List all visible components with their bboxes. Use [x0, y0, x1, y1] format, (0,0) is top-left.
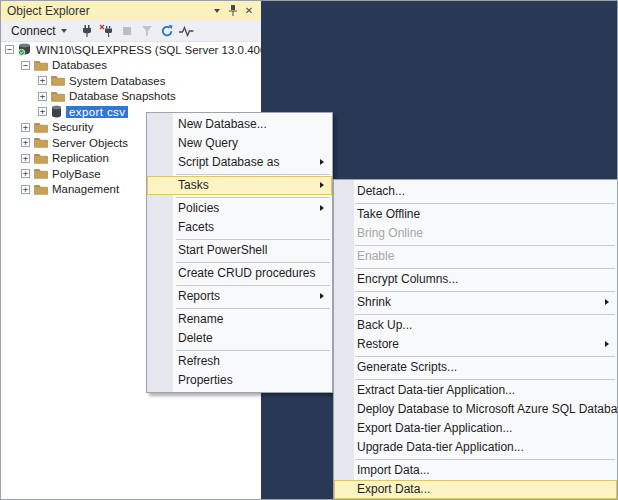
menu-item-policies[interactable]: Policies [147, 199, 332, 218]
expand-icon[interactable]: + [38, 92, 47, 101]
menu-item-export-data[interactable]: Export Data... [334, 480, 617, 499]
menu-item-generate-scripts[interactable]: Generate Scripts... [334, 358, 617, 377]
menu-separator [355, 314, 615, 315]
menu-item-label: Import Data... [357, 463, 430, 477]
folder-icon [34, 184, 48, 195]
menu-item-label: Export Data... [357, 482, 430, 496]
database-icon [51, 105, 62, 118]
menu-item-bring-online: Bring Online [334, 224, 617, 243]
pin-icon[interactable] [225, 3, 241, 18]
menu-item-encrypt-columns[interactable]: Encrypt Columns... [334, 270, 617, 289]
folder-icon [34, 60, 48, 71]
expand-icon[interactable]: + [21, 185, 30, 194]
refresh-icon[interactable] [157, 22, 177, 40]
menu-item-label: New Query [178, 136, 238, 150]
menu-item-label: Properties [178, 373, 233, 387]
menu-item-label: Delete [178, 331, 213, 345]
connect-button[interactable]: Connect [7, 22, 71, 40]
expand-icon[interactable]: + [21, 169, 30, 178]
menu-item-create-crud-procedures[interactable]: Create CRUD procedures [147, 264, 332, 283]
expand-icon[interactable]: + [21, 138, 30, 147]
menu-item-label: Tasks [178, 178, 209, 192]
menu-item-shrink[interactable]: Shrink [334, 293, 617, 312]
menu-item-start-powershell[interactable]: Start PowerShell [147, 241, 332, 260]
submenu-arrow-icon [320, 159, 324, 165]
object-explorer-title-bar: Object Explorer ✕ [1, 1, 261, 20]
menu-item-label: Policies [178, 201, 219, 215]
tree-item-database-snapshots[interactable]: +Database Snapshots [1, 89, 261, 105]
chevron-down-icon [61, 29, 67, 33]
menu-item-export-data-tier-application[interactable]: Export Data-tier Application... [334, 419, 617, 438]
menu-item-deploy-database-to-microsoft[interactable]: Deploy Database to Microsoft Azure SQL D… [334, 400, 617, 419]
menu-separator [355, 268, 615, 269]
menu-item-properties[interactable]: Properties [147, 371, 332, 390]
menu-item-rename[interactable]: Rename [147, 310, 332, 329]
expand-icon[interactable]: + [38, 76, 47, 85]
expand-icon[interactable]: + [21, 154, 30, 163]
menu-item-label: Shrink [357, 295, 391, 309]
menu-separator [176, 350, 330, 351]
ssms-window: Object Explorer ✕ Connect −WIN10\SQLEXPR… [0, 0, 618, 500]
collapse-icon[interactable]: − [5, 45, 14, 54]
disconnect-plug-icon[interactable] [97, 22, 117, 40]
panel-title: Object Explorer [7, 4, 209, 18]
menu-item-label: Rename [178, 312, 223, 326]
menu-item-label: Start PowerShell [178, 243, 267, 257]
stop-icon [117, 22, 137, 40]
submenu-arrow-icon [605, 299, 609, 305]
menu-item-facets[interactable]: Facets [147, 218, 332, 237]
menu-item-extract-data-tier-applicatio[interactable]: Extract Data-tier Application... [334, 381, 617, 400]
menu-separator [355, 356, 615, 357]
menu-item-label: Encrypt Columns... [357, 272, 458, 286]
menu-separator [176, 262, 330, 263]
menu-item-import-data[interactable]: Import Data... [334, 461, 617, 480]
folder-icon [34, 153, 48, 164]
window-position-icon[interactable] [209, 3, 225, 18]
tree-item-label: Replication [52, 152, 109, 164]
tree-item-label: PolyBase [52, 168, 101, 180]
menu-item-new-database[interactable]: New Database... [147, 115, 332, 134]
tree-item-label: Management [52, 183, 119, 195]
menu-item-refresh[interactable]: Refresh [147, 352, 332, 371]
menu-item-restore[interactable]: Restore [334, 335, 617, 354]
collapse-icon[interactable]: − [21, 61, 30, 70]
menu-item-detach[interactable]: Detach... [334, 182, 617, 201]
expand-icon[interactable]: + [21, 123, 30, 132]
tree-item-label: export csv [66, 106, 128, 118]
menu-item-enable: Enable [334, 247, 617, 266]
tree-item-win10-sqlexpress-sql-server-[interactable]: −WIN10\SQLEXPRESS (SQL Server 13.0.4001 … [1, 42, 261, 58]
menu-item-label: Refresh [178, 354, 220, 368]
menu-item-label: New Database... [178, 117, 267, 131]
tasks-submenu: Detach...Take OfflineBring OnlineEnableE… [333, 179, 618, 500]
menu-item-delete[interactable]: Delete [147, 329, 332, 348]
close-icon[interactable]: ✕ [241, 3, 257, 18]
folder-icon [51, 75, 65, 86]
menu-separator [176, 197, 330, 198]
activity-monitor-icon[interactable] [177, 22, 197, 40]
menu-item-take-offline[interactable]: Take Offline [334, 205, 617, 224]
menu-item-back-up[interactable]: Back Up... [334, 316, 617, 335]
menu-item-label: Upgrade Data-tier Application... [357, 440, 524, 454]
menu-item-script-database-as[interactable]: Script Database as [147, 153, 332, 172]
menu-separator [176, 285, 330, 286]
expand-icon[interactable]: + [38, 107, 47, 116]
submenu-arrow-icon [320, 293, 324, 299]
connect-plug-icon[interactable] [77, 22, 97, 40]
menu-item-label: Create CRUD procedures [178, 266, 315, 280]
menu-item-reports[interactable]: Reports [147, 287, 332, 306]
menu-item-upgrade-data-tier-applicatio[interactable]: Upgrade Data-tier Application... [334, 438, 617, 457]
menu-item-label: Deploy Database to Microsoft Azure SQL D… [357, 402, 618, 416]
menu-separator [355, 459, 615, 460]
submenu-arrow-icon [605, 341, 609, 347]
menu-item-label: Reports [178, 289, 220, 303]
menu-item-label: Extract Data-tier Application... [357, 383, 515, 397]
tree-item-label: Databases [52, 59, 107, 71]
tree-item-system-databases[interactable]: +System Databases [1, 73, 261, 89]
menu-item-label: Restore [357, 337, 399, 351]
tree-item-label: System Databases [69, 75, 166, 87]
menu-item-tasks[interactable]: Tasks [147, 176, 332, 195]
menu-item-new-query[interactable]: New Query [147, 134, 332, 153]
menu-separator [176, 174, 330, 175]
tree-item-databases[interactable]: −Databases [1, 58, 261, 74]
server-icon [18, 43, 32, 56]
